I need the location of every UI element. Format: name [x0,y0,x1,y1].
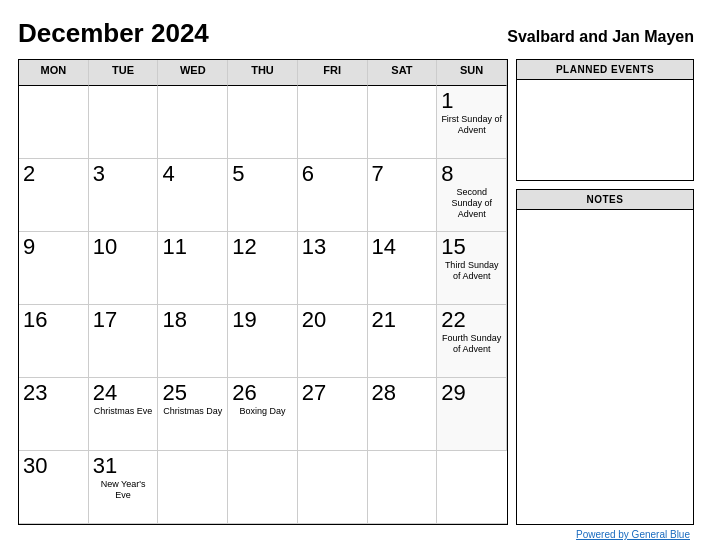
day-number: 20 [302,308,326,332]
table-row [228,86,298,159]
table-row: 3 [89,159,159,232]
day-number: 13 [302,235,326,259]
dow-tue: TUE [89,60,159,86]
table-row: 25 Christmas Day [158,378,228,451]
table-row: 15 Third Sunday of Advent [437,232,507,305]
table-row: 5 [228,159,298,232]
dow-wed: WED [158,60,228,86]
day-number: 17 [93,308,117,332]
calendar: MON TUE WED THU FRI SAT SUN 1 First Sund… [18,59,508,525]
day-number: 26 [232,381,256,405]
day-number: 4 [162,162,174,186]
day-number: 29 [441,381,465,405]
day-number: 22 [441,308,465,332]
table-row [158,451,228,524]
day-number: 8 [441,162,453,186]
dow-sun: SUN [437,60,507,86]
day-event: Boxing Day [232,406,293,417]
table-row: 11 [158,232,228,305]
day-number: 23 [23,381,47,405]
table-row: 12 [228,232,298,305]
day-number: 19 [232,308,256,332]
notes-content [517,210,693,524]
table-row: 19 [228,305,298,378]
day-number: 7 [372,162,384,186]
day-number: 12 [232,235,256,259]
day-number: 31 [93,454,117,478]
table-row: 26 Boxing Day [228,378,298,451]
page-title: December 2024 [18,18,209,49]
table-row: 16 [19,305,89,378]
table-row [228,451,298,524]
day-event: Third Sunday of Advent [441,260,502,282]
planned-events-title: PLANNED EVENTS [517,60,693,80]
day-number: 24 [93,381,117,405]
table-row [298,451,368,524]
day-number: 30 [23,454,47,478]
planned-events-box: PLANNED EVENTS [516,59,694,181]
table-row: 22 Fourth Sunday of Advent [437,305,507,378]
region-label: Svalbard and Jan Mayen [507,28,694,46]
table-row [89,86,159,159]
table-row: 1 First Sunday of Advent [437,86,507,159]
day-number: 18 [162,308,186,332]
table-row: 17 [89,305,159,378]
day-number: 15 [441,235,465,259]
page: December 2024 Svalbard and Jan Mayen MON… [0,0,712,550]
dow-mon: MON [19,60,89,86]
day-number: 27 [302,381,326,405]
table-row [298,86,368,159]
day-number: 2 [23,162,35,186]
dow-fri: FRI [298,60,368,86]
day-number: 10 [93,235,117,259]
table-row: 9 [19,232,89,305]
day-number: 5 [232,162,244,186]
notes-box: NOTES [516,189,694,525]
table-row: 24 Christmas Eve [89,378,159,451]
day-number: 14 [372,235,396,259]
notes-title: NOTES [517,190,693,210]
table-row: 8 Second Sunday of Advent [437,159,507,232]
day-event: New Year's Eve [93,479,154,501]
table-row [19,86,89,159]
day-event: First Sunday of Advent [441,114,502,136]
table-row [437,451,507,524]
table-row [368,451,438,524]
powered-by-link[interactable]: Powered by General Blue [576,529,690,540]
table-row: 7 [368,159,438,232]
table-row: 23 [19,378,89,451]
table-row: 10 [89,232,159,305]
table-row: 2 [19,159,89,232]
table-row [368,86,438,159]
table-row: 28 [368,378,438,451]
day-number: 1 [441,89,453,113]
day-number: 16 [23,308,47,332]
table-row: 31 New Year's Eve [89,451,159,524]
table-row: 21 [368,305,438,378]
table-row: 30 [19,451,89,524]
day-number: 6 [302,162,314,186]
table-row: 4 [158,159,228,232]
dow-thu: THU [228,60,298,86]
calendar-grid: MON TUE WED THU FRI SAT SUN 1 First Sund… [19,60,507,524]
table-row: 6 [298,159,368,232]
table-row: 13 [298,232,368,305]
header: December 2024 Svalbard and Jan Mayen [18,18,694,49]
right-sidebar: PLANNED EVENTS NOTES [516,59,694,525]
table-row: 20 [298,305,368,378]
table-row [158,86,228,159]
day-event: Christmas Day [162,406,223,417]
table-row: 18 [158,305,228,378]
day-number: 28 [372,381,396,405]
day-number: 9 [23,235,35,259]
table-row: 27 [298,378,368,451]
day-number: 11 [162,235,186,259]
planned-events-content [517,80,693,180]
main-area: MON TUE WED THU FRI SAT SUN 1 First Sund… [18,59,694,525]
day-event: Second Sunday of Advent [441,187,502,219]
dow-sat: SAT [368,60,438,86]
table-row: 29 [437,378,507,451]
footer: Powered by General Blue [18,529,694,540]
day-event: Christmas Eve [93,406,154,417]
day-number: 25 [162,381,186,405]
